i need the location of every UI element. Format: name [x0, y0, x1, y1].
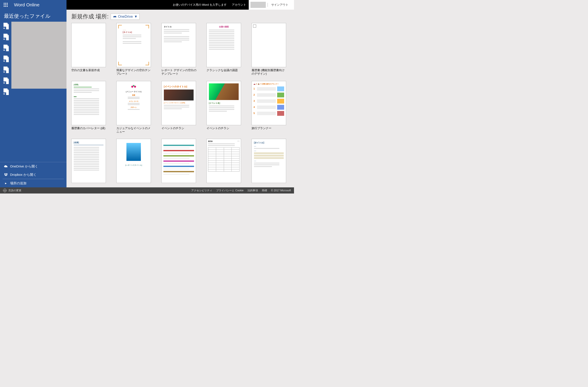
template-thumbnail: [レポートのタイトル]	[116, 139, 151, 183]
word-doc-icon: W	[2, 77, 9, 85]
svg-rect-2	[7, 3, 8, 4]
template-caption: 旅行プランナー	[252, 125, 287, 133]
footer: 言語の変更 アクセシビリティ プライバシーと Cookie 法的事項 商標 © …	[0, 187, 294, 193]
word-doc-icon: W	[2, 67, 9, 74]
template-tile[interactable]: [名前]	[71, 139, 106, 187]
template-caption: 履歴書のカバーレター (緑)	[71, 125, 106, 133]
footer-link-privacy[interactable]: プライバシーと Cookie	[216, 189, 243, 192]
location-picker[interactable]: OneDrive ▼	[111, 14, 139, 20]
template-caption	[207, 183, 242, 187]
top-bar: Word Online お使いのデバイス用の Word を入手します アカウント…	[0, 0, 294, 10]
template-tile[interactable]: [レポートのタイトル]	[116, 139, 151, 187]
add-place-label: 場所の追加	[10, 181, 26, 185]
template-tile[interactable]: 会議の議題クラシックな会議の議題	[207, 23, 242, 76]
recent-file-item[interactable]: W	[2, 33, 10, 42]
recent-file-preview	[11, 22, 66, 89]
dropbox-icon	[4, 173, 8, 176]
signout-link[interactable]: サインアウト	[269, 0, 291, 10]
separator	[268, 3, 268, 7]
template-tile[interactable]: 空白の文書を新規作成	[71, 23, 106, 76]
template-thumbnail: ───[タイトル]	[116, 23, 151, 67]
template-thumbnail: [名前]	[71, 139, 106, 183]
word-doc-icon: W	[2, 89, 9, 96]
template-thumbnail: タイトル	[161, 23, 196, 67]
svg-marker-10	[6, 173, 8, 174]
onedrive-icon	[113, 15, 117, 18]
template-tile[interactable]: [タイトル]──────	[252, 139, 287, 187]
template-tile[interactable]: 🚗 ✈ 🏨 5 日間の旅行のプランナー12345旅行プランナー	[252, 81, 287, 134]
template-gallery: 新規作成 場所: OneDrive ▼ 空白の文書を新規作成───[タイトル]簡…	[66, 10, 294, 187]
footer-link-legal[interactable]: 法的事項	[247, 189, 258, 192]
recent-file-item[interactable]: W	[2, 77, 10, 86]
template-thumbnail: [イベントのタイトル][イベントのサブタイトル/説明]	[161, 81, 196, 125]
add-place[interactable]: ▸ 場所の追加	[0, 179, 66, 187]
word-doc-icon: W	[2, 56, 9, 64]
open-from-section: OneDrive から開く Dropbox から開く ▸ 場所の追加	[0, 162, 66, 187]
template-tile[interactable]: [名前]■■■履歴書のカバーレター (緑)	[71, 81, 106, 134]
template-tile[interactable]: タイトルレポート デザインの空白のテンプレート	[161, 23, 196, 76]
template-caption: イベントのチラシ	[207, 125, 242, 133]
recent-files-list: WWWWWWW	[0, 22, 66, 162]
new-in-heading: 新規作成 場所: OneDrive ▼	[71, 13, 289, 20]
template-thumbnail: [メニュー タイトル]前菜メイン コースデザート	[116, 81, 151, 125]
brand-title: Word Online	[10, 2, 39, 7]
recent-file-item[interactable]: W	[2, 66, 10, 75]
template-thumbnail	[161, 139, 196, 183]
template-thumbnail: 履歴書──	[207, 139, 241, 183]
brand-area: Word Online	[0, 0, 66, 10]
recent-file-item[interactable]: W	[2, 88, 10, 97]
svg-rect-7	[5, 6, 6, 7]
svg-rect-0	[4, 3, 5, 4]
footer-link-trademark[interactable]: 商標	[262, 189, 267, 192]
svg-rect-3	[4, 4, 5, 5]
change-language-link[interactable]: 言語の変更	[8, 189, 21, 192]
footer-link-accessibility[interactable]: アクセシビリティ	[191, 189, 212, 192]
open-from-dropbox-label: Dropbox から開く	[10, 173, 37, 177]
template-tile[interactable]: [イベントのタイトル][イベントのサブタイトル/説明]イベントのチラシ	[161, 81, 196, 134]
sidebar: 最近使ったファイル WWWWWWW OneDrive から開く Dropbox …	[0, 10, 66, 187]
location-picker-label: OneDrive	[118, 15, 133, 19]
chevron-down-icon: ▼	[134, 15, 138, 19]
recent-file-item[interactable]: W	[2, 22, 10, 31]
chevron-right-icon: ▸	[4, 182, 8, 185]
template-caption	[252, 183, 287, 187]
template-caption: カジュアルなイベントのメニュー	[116, 125, 151, 134]
app-launcher-icon[interactable]	[1, 0, 10, 10]
recent-file-item[interactable]: W	[2, 44, 10, 53]
template-caption	[116, 183, 151, 187]
open-from-dropbox[interactable]: Dropbox から開く	[0, 171, 66, 179]
template-thumbnail: [タイトル]──────	[252, 139, 286, 183]
get-word-link[interactable]: お使いのデバイス用の Word を入手します	[170, 0, 229, 10]
avatar[interactable]	[251, 2, 266, 8]
onedrive-icon	[4, 165, 8, 168]
template-caption	[71, 183, 106, 187]
template-thumbnail: 会議の議題	[207, 23, 241, 67]
template-caption: レポート デザインの空白のテンプレート	[161, 67, 196, 76]
template-tile[interactable]	[161, 139, 196, 187]
recent-file-item[interactable]: W	[2, 55, 10, 64]
footer-copyright: © 2017 Microsoft	[271, 189, 291, 192]
template-thumbnail: [イベント名]	[207, 81, 241, 125]
template-caption: 簡素なデザインの空白テンプレート	[116, 67, 151, 76]
template-tile[interactable]: [イベント名]イベントのチラシ	[207, 81, 242, 134]
template-tile[interactable]: [メニュー タイトル]前菜メイン コースデザートカジュアルなイベントのメニュー	[116, 81, 151, 134]
word-doc-icon: W	[2, 23, 9, 31]
top-right: お使いのデバイス用の Word を入手します アカウント サインアウト	[170, 0, 294, 10]
template-tile[interactable]: 履歴書──	[207, 139, 242, 187]
heading-prefix: 新規作成 場所:	[71, 13, 108, 20]
template-tile[interactable]: ───[タイトル]簡素なデザインの空白テンプレート	[116, 23, 151, 76]
template-thumbnail	[252, 23, 286, 67]
word-doc-icon: W	[2, 34, 9, 42]
template-caption: 履歴書 (機能別履歴書向けのデザイン)	[252, 67, 287, 76]
open-from-onedrive-label: OneDrive から開く	[10, 164, 38, 169]
template-thumbnail: [名前]■■■	[71, 81, 106, 125]
template-thumbnail: 🚗 ✈ 🏨 5 日間の旅行のプランナー12345	[252, 81, 286, 125]
account-link[interactable]: アカウント	[229, 0, 249, 10]
open-from-onedrive[interactable]: OneDrive から開く	[0, 162, 66, 171]
template-caption	[161, 183, 196, 187]
svg-rect-6	[4, 6, 5, 7]
svg-rect-5	[7, 4, 8, 5]
template-caption: 空白の文書を新規作成	[71, 67, 106, 75]
globe-icon	[3, 189, 7, 192]
template-tile[interactable]: 履歴書 (機能別履歴書向けのデザイン)	[252, 23, 287, 76]
